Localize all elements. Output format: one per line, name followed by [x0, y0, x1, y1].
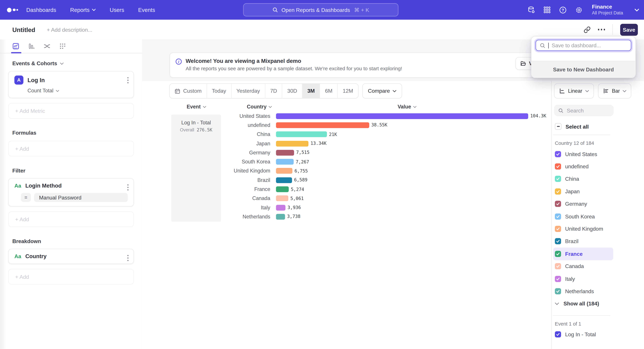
column-header-value[interactable]: Value	[388, 104, 426, 110]
filter-value[interactable]: Manual Password	[34, 193, 128, 202]
save-dashboard-search-input[interactable]: Save to dashboard...	[536, 40, 631, 51]
chart-bar[interactable]	[276, 205, 286, 210]
retention-tab-icon[interactable]	[59, 43, 66, 50]
date-range-today[interactable]: Today	[207, 84, 232, 98]
breakdown-property-name[interactable]: Country	[25, 253, 46, 260]
info-icon: i	[176, 58, 182, 65]
event-filter-item[interactable]: Log In - Total	[553, 328, 613, 341]
chart-bar[interactable]	[276, 141, 308, 146]
mixpanel-logo-icon[interactable]	[7, 7, 21, 12]
column-header-country[interactable]: Country	[247, 104, 272, 110]
nav-item-events[interactable]: Events	[138, 7, 155, 13]
chart-type-button[interactable]: Bar	[598, 83, 631, 99]
metric-aggregation[interactable]: Count Total	[28, 88, 128, 93]
global-search-button[interactable]: Open Reports & Dashboards ⌘ + K	[243, 3, 398, 16]
nav-item-reports[interactable]: Reports	[70, 7, 96, 13]
country-filter-item[interactable]: France	[553, 248, 613, 260]
add-metric-button[interactable]: + Add Metric	[8, 103, 134, 119]
filter-operator[interactable]: =	[21, 193, 31, 202]
segment-search-input[interactable]: Search	[554, 105, 614, 116]
country-checkbox[interactable]	[555, 288, 561, 294]
chart-bar[interactable]	[276, 177, 292, 183]
chart-bar[interactable]	[276, 195, 288, 201]
filter-kebab-icon[interactable]	[127, 184, 128, 191]
country-checkbox[interactable]	[555, 176, 561, 182]
show-all-toggle[interactable]: Show all (184)	[555, 298, 644, 310]
add-description-button[interactable]: + Add description...	[47, 26, 92, 33]
help-icon[interactable]: ?	[559, 6, 567, 14]
copy-link-icon[interactable]	[584, 26, 590, 33]
metric-kebab-icon[interactable]	[127, 77, 128, 83]
country-filter-item[interactable]: Germany	[553, 198, 613, 210]
date-range-30d[interactable]: 30D	[282, 84, 302, 98]
chart-bar[interactable]	[276, 113, 528, 119]
country-filter-item[interactable]: Italy	[553, 273, 613, 285]
filter-card[interactable]: Aa Login Method = Manual Password	[8, 178, 134, 207]
apps-grid-icon[interactable]	[544, 6, 551, 13]
add-filter-button[interactable]: + Add	[8, 211, 134, 227]
breakdown-kebab-icon[interactable]	[127, 255, 128, 261]
project-switcher[interactable]: Finance All Project Data	[592, 4, 623, 15]
date-range-7d[interactable]: 7D	[265, 84, 282, 98]
event-checkbox[interactable]	[555, 332, 561, 338]
country-filter-item[interactable]: South Korea	[553, 210, 613, 223]
events-cohorts-header[interactable]: Events & Cohorts	[12, 60, 142, 66]
country-filter-item[interactable]: Japan	[553, 185, 613, 198]
country-checkbox[interactable]	[555, 276, 561, 282]
compare-button[interactable]: Compare	[362, 83, 402, 99]
country-checkbox[interactable]	[555, 226, 561, 232]
date-range-custom[interactable]: Custom	[170, 84, 207, 98]
country-filter-item[interactable]: United States	[553, 148, 613, 160]
filter-property-name[interactable]: Login Method	[25, 183, 62, 189]
settings-gear-icon[interactable]	[575, 6, 583, 14]
country-filter-item[interactable]: Netherlands	[553, 285, 613, 297]
chart-bar[interactable]	[276, 159, 294, 165]
scale-selector-button[interactable]: Linear	[554, 83, 594, 99]
chart-bar[interactable]	[276, 214, 285, 220]
metric-card[interactable]: A Log In Count Total	[8, 71, 134, 98]
chart-bar[interactable]	[276, 186, 289, 192]
report-title[interactable]: Untitled	[12, 26, 35, 33]
report-content: CustomTodayYesterday7D30D3M6M12M Compare…	[142, 81, 644, 349]
country-checkbox[interactable]	[555, 163, 561, 170]
country-checkbox[interactable]	[555, 201, 561, 207]
country-filter-item[interactable]: Brazil	[553, 235, 613, 248]
nav-item-users[interactable]: Users	[110, 7, 124, 13]
country-filter-label: France	[565, 251, 582, 257]
breakdown-card[interactable]: Aa Country	[8, 249, 134, 264]
insights-tab-icon[interactable]	[12, 43, 19, 50]
metric-event-name[interactable]: Log In	[28, 77, 45, 83]
select-all-row[interactable]: Select all	[555, 123, 644, 130]
date-range-yesterday[interactable]: Yesterday	[232, 84, 265, 98]
date-range-6m[interactable]: 6M	[320, 84, 338, 98]
date-range-3m[interactable]: 3M	[302, 84, 320, 98]
country-filter-item[interactable]: undefined	[553, 160, 613, 173]
column-header-event[interactable]: Event	[182, 104, 211, 110]
save-button[interactable]: Save	[620, 24, 638, 35]
chart-bar[interactable]	[276, 122, 369, 128]
add-breakdown-button[interactable]: + Add	[8, 269, 134, 285]
nav-item-dashboards[interactable]: Dashboards	[26, 7, 56, 13]
funnels-tab-icon[interactable]	[28, 43, 35, 50]
data-management-icon[interactable]	[528, 6, 535, 14]
save-to-new-dashboard-button[interactable]: Save to New Dashboard	[532, 61, 636, 77]
chevron-down-icon[interactable]	[634, 8, 639, 11]
country-checkbox[interactable]	[555, 213, 561, 220]
add-formula-button[interactable]: + Add	[8, 141, 134, 156]
country-filter-item[interactable]: Canada	[553, 260, 613, 272]
date-range-12m[interactable]: 12M	[338, 84, 358, 98]
flows-tab-icon[interactable]	[44, 43, 51, 50]
chart-bar[interactable]	[276, 131, 327, 137]
more-options-icon[interactable]	[598, 29, 605, 30]
country-filter-item[interactable]: China	[553, 173, 613, 185]
country-checkbox[interactable]	[555, 263, 561, 269]
select-all-checkbox[interactable]	[555, 123, 562, 130]
chart-bar[interactable]	[276, 150, 294, 155]
country-checkbox[interactable]	[555, 188, 561, 195]
chart-bar[interactable]	[276, 168, 292, 174]
country-checkbox[interactable]	[555, 151, 561, 157]
country-filter-item[interactable]: United Kingdom	[553, 223, 613, 235]
top-nav: Dashboards Reports Users Events Open Rep…	[0, 0, 644, 20]
country-checkbox[interactable]	[555, 251, 561, 257]
country-checkbox[interactable]	[555, 238, 561, 244]
